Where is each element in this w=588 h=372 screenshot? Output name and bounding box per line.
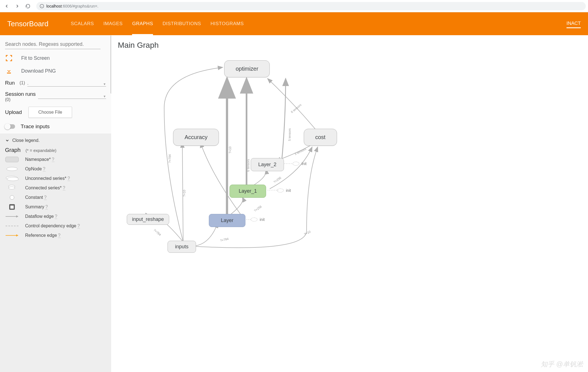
session-select[interactable]: ▼ [38,92,106,99]
edge-q784c: ?×784 [220,237,229,242]
reload-button[interactable] [23,2,32,11]
tab-histograms[interactable]: HISTOGRAMS [211,12,244,35]
watermark: 知乎 @单钒淞 [541,360,583,369]
node-accuracy[interactable]: Accuracy [173,129,219,146]
tab-graphs[interactable]: GRAPHS [132,12,153,35]
legend-opnode: OpNode? [25,166,46,171]
init-layer1: init [277,188,291,193]
graph-section-title: Graph [5,147,21,153]
edge-q256b: ?×256 [253,205,262,213]
legend-unconnected: Unconnected series*? [25,176,70,181]
fit-screen-icon [5,54,13,62]
edge-q256a: ?×256 [273,176,282,184]
node-input-reshape[interactable]: input_reshape [127,214,169,225]
trace-toggle[interactable] [5,124,15,129]
reference-edge-icon [6,234,18,237]
opnode-icon [6,167,18,171]
run-count: (1) [20,80,25,85]
legend-dataflow: Dataflow edge? [25,214,57,219]
forward-button[interactable] [13,2,22,11]
constant-icon [10,195,14,200]
browser-bar: localhost:6006/#graphs&run=. [0,0,588,12]
fit-label: Fit to Screen [21,55,50,61]
edge-q784a: ?×784 [168,154,171,163]
chevron-down-icon [5,138,9,143]
init-layer2: init [293,161,307,166]
trace-label: Trace inputs [21,123,50,130]
node-inputs[interactable]: inputs [168,241,196,253]
edge-q10a: ?×10 [183,190,186,197]
legend-connected: Connected series*? [25,185,65,190]
init-icon [277,189,284,192]
graph-canvas[interactable]: optimizer Accuracy cost Layer_2 Layer_1 … [111,52,588,372]
node-layer1[interactable]: Layer_1 [230,185,266,198]
edge-3tensors: 3 tensors [294,147,307,156]
edge-5tensors: 5 tensors [288,128,291,141]
init-layer: init [251,217,265,222]
tab-scalars[interactable]: SCALARS [71,12,94,35]
node-optimizer[interactable]: optimizer [224,60,270,77]
download-png[interactable]: Download PNG [5,67,106,75]
edge-q784b: ?×784 [153,228,162,236]
tab-distributions[interactable]: DISTRIBUTIONS [162,12,201,35]
session-label: Session runs [5,91,36,97]
unconnected-series-icon [6,176,18,181]
dataflow-edge-icon [6,215,18,218]
main-graph-title: Main Graph [118,41,581,50]
run-label: Run [5,80,17,86]
init-icon [293,162,299,166]
legend-control: Control dependency edge? [25,223,80,228]
summary-icon [9,204,15,210]
session-count: (0) [5,97,36,102]
legend-reference: Reference edge? [25,233,61,238]
legend-namespace: Namespace*? [25,157,54,162]
svg-rect-3 [7,73,11,73]
expandable-note: (* = expandable) [26,148,57,153]
namespace-icon [5,157,19,162]
back-button[interactable] [2,2,11,11]
svg-marker-7 [16,234,18,237]
close-legend[interactable]: Close legend. [5,138,106,143]
inactive-tab[interactable]: INACT [567,21,581,28]
app-title: TensorBoard [7,20,48,28]
init-icon [251,218,257,221]
url-bar[interactable]: localhost:6006/#graphs&run=. [36,2,586,10]
main-content: Main Graph [111,35,588,372]
run-select[interactable]: .▼ [27,79,106,87]
edge-q10b: ?×10 [228,147,232,154]
upload-label: Upload [5,109,22,115]
edge-6tensors-b: 6 tensors [247,159,250,171]
svg-marker-5 [16,215,18,218]
tabs: SCALARS IMAGES GRAPHS DISTRIBUTIONS HIST… [71,12,567,35]
fit-to-screen[interactable]: Fit to Screen [5,54,106,62]
node-cost[interactable]: cost [304,129,337,146]
download-icon [5,67,13,75]
url-text: localhost:6006/#graphs&run=. [46,4,98,8]
edge-6tensors: 6 tensors [290,103,302,114]
search-input[interactable] [5,40,101,49]
legend-summary: Summary? [25,204,48,209]
node-layer2[interactable]: Layer_2 [251,158,284,171]
tensorboard-header: TensorBoard SCALARS IMAGES GRAPHS DISTRI… [0,12,588,35]
node-layer[interactable]: Layer [209,214,245,227]
download-label: Download PNG [21,68,56,74]
connected-series-icon [8,185,16,191]
edge-q10c: ?×10 [303,230,311,236]
sidebar: Fit to Screen Download PNG Run (1) .▼ Se… [0,35,111,372]
control-edge-icon [6,226,18,226]
legend-constant: Constant? [25,195,47,200]
legend-section: Close legend. Graph (* = expandable) Nam… [0,133,111,372]
info-icon [40,4,44,8]
tab-images[interactable]: IMAGES [103,12,123,35]
choose-file-button[interactable]: Choose File [28,107,72,118]
